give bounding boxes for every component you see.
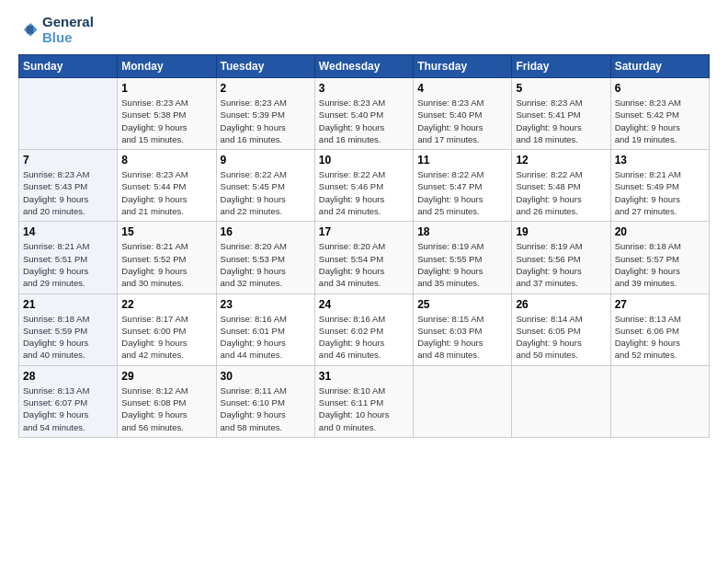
calendar-cell: 7Sunrise: 8:23 AMSunset: 5:43 PMDaylight… xyxy=(19,150,118,222)
day-number: 21 xyxy=(23,298,113,311)
day-number: 10 xyxy=(319,154,409,167)
cell-info: Sunrise: 8:23 AMSunset: 5:43 PMDaylight:… xyxy=(23,168,113,217)
calendar-cell: 14Sunrise: 8:21 AMSunset: 5:51 PMDayligh… xyxy=(19,222,118,293)
calendar-cell: 18Sunrise: 8:19 AMSunset: 5:55 PMDayligh… xyxy=(414,222,512,293)
cell-info: Sunrise: 8:18 AMSunset: 5:57 PMDaylight:… xyxy=(615,240,705,289)
calendar-cell xyxy=(414,365,512,437)
calendar-cell: 2Sunrise: 8:23 AMSunset: 5:39 PMDaylight… xyxy=(216,78,314,150)
day-number: 8 xyxy=(121,154,211,167)
calendar-table: SundayMondayTuesdayWednesdayThursdayFrid… xyxy=(18,54,710,438)
header-wednesday: Wednesday xyxy=(314,55,413,78)
header-monday: Monday xyxy=(118,55,216,78)
day-number: 25 xyxy=(417,298,507,311)
day-number: 15 xyxy=(121,225,211,238)
calendar-cell: 12Sunrise: 8:22 AMSunset: 5:48 PMDayligh… xyxy=(512,150,610,222)
cell-info: Sunrise: 8:21 AMSunset: 5:51 PMDaylight:… xyxy=(23,240,113,289)
calendar-header-row: SundayMondayTuesdayWednesdayThursdayFrid… xyxy=(19,55,710,78)
calendar-cell xyxy=(610,365,709,437)
day-number: 19 xyxy=(516,225,606,238)
header: General Blue xyxy=(18,15,710,45)
day-number: 12 xyxy=(516,154,606,167)
header-sunday: Sunday xyxy=(19,55,118,78)
day-number: 26 xyxy=(516,298,606,311)
cell-info: Sunrise: 8:22 AMSunset: 5:47 PMDaylight:… xyxy=(417,168,507,217)
calendar-week-row: 28Sunrise: 8:13 AMSunset: 6:07 PMDayligh… xyxy=(19,365,710,437)
cell-info: Sunrise: 8:21 AMSunset: 5:52 PMDaylight:… xyxy=(121,240,211,289)
cell-info: Sunrise: 8:23 AMSunset: 5:42 PMDaylight:… xyxy=(615,97,705,145)
cell-info: Sunrise: 8:22 AMSunset: 5:45 PMDaylight:… xyxy=(221,168,311,217)
cell-info: Sunrise: 8:16 AMSunset: 6:02 PMDaylight:… xyxy=(319,313,409,362)
logo-icon xyxy=(18,20,39,40)
day-number: 27 xyxy=(615,298,705,311)
cell-info: Sunrise: 8:15 AMSunset: 6:03 PMDaylight:… xyxy=(417,313,507,362)
page-container: General Blue SundayMondayTuesdayWednesda… xyxy=(0,0,728,447)
calendar-cell: 8Sunrise: 8:23 AMSunset: 5:44 PMDaylight… xyxy=(118,150,216,222)
calendar-cell xyxy=(19,78,118,150)
day-number: 22 xyxy=(121,298,211,311)
day-number: 4 xyxy=(417,82,507,95)
day-number: 24 xyxy=(319,298,409,311)
calendar-cell: 4Sunrise: 8:23 AMSunset: 5:40 PMDaylight… xyxy=(414,78,512,150)
header-friday: Friday xyxy=(512,55,610,78)
calendar-cell: 27Sunrise: 8:13 AMSunset: 6:06 PMDayligh… xyxy=(610,293,709,365)
day-number: 30 xyxy=(221,370,311,383)
cell-info: Sunrise: 8:23 AMSunset: 5:38 PMDaylight:… xyxy=(121,97,211,145)
calendar-cell: 29Sunrise: 8:12 AMSunset: 6:08 PMDayligh… xyxy=(118,365,216,437)
svg-marker-1 xyxy=(27,25,33,33)
day-number: 13 xyxy=(615,154,705,167)
cell-info: Sunrise: 8:19 AMSunset: 5:56 PMDaylight:… xyxy=(516,240,606,289)
calendar-cell: 6Sunrise: 8:23 AMSunset: 5:42 PMDaylight… xyxy=(610,78,709,150)
cell-info: Sunrise: 8:18 AMSunset: 5:59 PMDaylight:… xyxy=(23,313,113,362)
header-thursday: Thursday xyxy=(414,55,512,78)
calendar-cell: 30Sunrise: 8:11 AMSunset: 6:10 PMDayligh… xyxy=(216,365,314,437)
calendar-cell: 31Sunrise: 8:10 AMSunset: 6:11 PMDayligh… xyxy=(314,365,413,437)
day-number: 17 xyxy=(319,225,409,238)
calendar-cell: 28Sunrise: 8:13 AMSunset: 6:07 PMDayligh… xyxy=(19,365,118,437)
cell-info: Sunrise: 8:23 AMSunset: 5:40 PMDaylight:… xyxy=(417,97,507,145)
calendar-cell: 17Sunrise: 8:20 AMSunset: 5:54 PMDayligh… xyxy=(314,222,413,293)
calendar-cell: 9Sunrise: 8:22 AMSunset: 5:45 PMDaylight… xyxy=(216,150,314,222)
calendar-cell: 21Sunrise: 8:18 AMSunset: 5:59 PMDayligh… xyxy=(19,293,118,365)
cell-info: Sunrise: 8:17 AMSunset: 6:00 PMDaylight:… xyxy=(121,313,211,362)
cell-info: Sunrise: 8:12 AMSunset: 6:08 PMDaylight:… xyxy=(121,385,211,433)
day-number: 23 xyxy=(221,298,311,311)
header-tuesday: Tuesday xyxy=(216,55,314,78)
day-number: 5 xyxy=(516,82,606,95)
cell-info: Sunrise: 8:20 AMSunset: 5:53 PMDaylight:… xyxy=(221,240,311,289)
calendar-cell: 15Sunrise: 8:21 AMSunset: 5:52 PMDayligh… xyxy=(118,222,216,293)
calendar-cell: 19Sunrise: 8:19 AMSunset: 5:56 PMDayligh… xyxy=(512,222,610,293)
cell-info: Sunrise: 8:23 AMSunset: 5:39 PMDaylight:… xyxy=(221,97,311,145)
cell-info: Sunrise: 8:11 AMSunset: 6:10 PMDaylight:… xyxy=(221,385,311,433)
cell-info: Sunrise: 8:22 AMSunset: 5:46 PMDaylight:… xyxy=(319,168,409,217)
calendar-cell xyxy=(512,365,610,437)
cell-info: Sunrise: 8:21 AMSunset: 5:49 PMDaylight:… xyxy=(615,168,705,217)
cell-info: Sunrise: 8:23 AMSunset: 5:44 PMDaylight:… xyxy=(121,168,211,217)
day-number: 18 xyxy=(417,225,507,238)
cell-info: Sunrise: 8:16 AMSunset: 6:01 PMDaylight:… xyxy=(221,313,311,362)
calendar-cell: 16Sunrise: 8:20 AMSunset: 5:53 PMDayligh… xyxy=(216,222,314,293)
calendar-cell: 3Sunrise: 8:23 AMSunset: 5:40 PMDaylight… xyxy=(314,78,413,150)
calendar-cell: 20Sunrise: 8:18 AMSunset: 5:57 PMDayligh… xyxy=(610,222,709,293)
calendar-cell: 22Sunrise: 8:17 AMSunset: 6:00 PMDayligh… xyxy=(118,293,216,365)
calendar-week-row: 7Sunrise: 8:23 AMSunset: 5:43 PMDaylight… xyxy=(19,150,710,222)
day-number: 28 xyxy=(23,370,113,383)
cell-info: Sunrise: 8:13 AMSunset: 6:06 PMDaylight:… xyxy=(615,313,705,362)
day-number: 20 xyxy=(615,225,705,238)
day-number: 3 xyxy=(319,82,409,95)
calendar-cell: 23Sunrise: 8:16 AMSunset: 6:01 PMDayligh… xyxy=(216,293,314,365)
day-number: 9 xyxy=(221,154,311,167)
calendar-cell: 26Sunrise: 8:14 AMSunset: 6:05 PMDayligh… xyxy=(512,293,610,365)
calendar-cell: 11Sunrise: 8:22 AMSunset: 5:47 PMDayligh… xyxy=(414,150,512,222)
day-number: 11 xyxy=(417,154,507,167)
cell-info: Sunrise: 8:20 AMSunset: 5:54 PMDaylight:… xyxy=(319,240,409,289)
calendar-cell: 13Sunrise: 8:21 AMSunset: 5:49 PMDayligh… xyxy=(610,150,709,222)
cell-info: Sunrise: 8:13 AMSunset: 6:07 PMDaylight:… xyxy=(23,385,113,433)
logo-text-general: General xyxy=(42,15,94,30)
calendar-cell: 10Sunrise: 8:22 AMSunset: 5:46 PMDayligh… xyxy=(314,150,413,222)
calendar-week-row: 1Sunrise: 8:23 AMSunset: 5:38 PMDaylight… xyxy=(19,78,710,150)
day-number: 29 xyxy=(121,370,211,383)
header-saturday: Saturday xyxy=(610,55,709,78)
calendar-week-row: 14Sunrise: 8:21 AMSunset: 5:51 PMDayligh… xyxy=(19,222,710,293)
cell-info: Sunrise: 8:22 AMSunset: 5:48 PMDaylight:… xyxy=(516,168,606,217)
calendar-cell: 24Sunrise: 8:16 AMSunset: 6:02 PMDayligh… xyxy=(314,293,413,365)
